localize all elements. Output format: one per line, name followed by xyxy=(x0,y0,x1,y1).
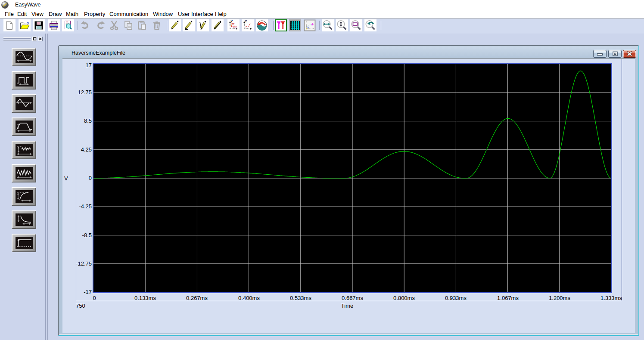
svg-text:(x): (x) xyxy=(233,25,237,28)
svg-text:Y: Y xyxy=(245,20,247,23)
